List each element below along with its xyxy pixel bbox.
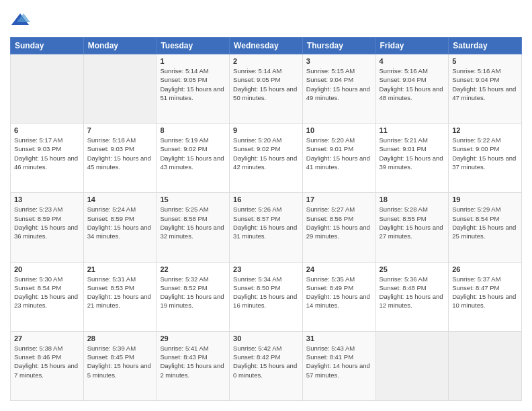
day-number: 13 <box>14 195 80 203</box>
calendar-header-wednesday: Wednesday <box>230 38 303 54</box>
logo <box>10 10 33 30</box>
calendar-cell <box>83 54 157 124</box>
day-info: Sunrise: 5:42 AMSunset: 8:42 PMDaylight:… <box>233 344 299 379</box>
calendar-cell: 9Sunrise: 5:20 AMSunset: 9:02 PMDaylight… <box>230 124 303 193</box>
day-info: Sunrise: 5:32 AMSunset: 8:52 PMDaylight:… <box>160 275 226 310</box>
day-number: 3 <box>306 57 372 65</box>
calendar-cell: 10Sunrise: 5:20 AMSunset: 9:01 PMDayligh… <box>302 124 375 193</box>
day-info: Sunrise: 5:20 AMSunset: 9:02 PMDaylight:… <box>233 136 299 171</box>
calendar-cell: 12Sunrise: 5:22 AMSunset: 9:00 PMDayligh… <box>449 124 522 193</box>
day-info: Sunrise: 5:18 AMSunset: 9:03 PMDaylight:… <box>87 136 153 171</box>
calendar-cell: 6Sunrise: 5:17 AMSunset: 9:03 PMDaylight… <box>11 124 84 193</box>
calendar-cell: 5Sunrise: 5:16 AMSunset: 9:04 PMDaylight… <box>449 54 522 124</box>
day-info: Sunrise: 5:31 AMSunset: 8:53 PMDaylight:… <box>87 275 153 310</box>
day-info: Sunrise: 5:15 AMSunset: 9:04 PMDaylight:… <box>306 66 372 102</box>
day-number: 7 <box>87 126 153 134</box>
day-info: Sunrise: 5:19 AMSunset: 9:02 PMDaylight:… <box>160 136 226 171</box>
day-number: 28 <box>87 334 153 342</box>
day-number: 25 <box>380 265 445 273</box>
calendar-cell: 27Sunrise: 5:38 AMSunset: 8:46 PMDayligh… <box>11 331 84 400</box>
day-number: 24 <box>306 265 372 273</box>
day-info: Sunrise: 5:26 AMSunset: 8:57 PMDaylight:… <box>233 205 299 240</box>
day-number: 20 <box>14 265 80 273</box>
day-info: Sunrise: 5:28 AMSunset: 8:55 PMDaylight:… <box>380 205 445 240</box>
day-number: 30 <box>233 334 299 342</box>
calendar-cell: 14Sunrise: 5:24 AMSunset: 8:59 PMDayligh… <box>83 193 157 262</box>
day-info: Sunrise: 5:29 AMSunset: 8:54 PMDaylight:… <box>452 205 518 240</box>
day-number: 14 <box>87 195 153 203</box>
day-number: 18 <box>380 195 445 203</box>
calendar-cell: 26Sunrise: 5:37 AMSunset: 8:47 PMDayligh… <box>449 262 522 331</box>
day-info: Sunrise: 5:39 AMSunset: 8:45 PMDaylight:… <box>87 344 153 379</box>
calendar-week-5: 27Sunrise: 5:38 AMSunset: 8:46 PMDayligh… <box>11 331 522 400</box>
day-number: 19 <box>452 195 518 203</box>
day-info: Sunrise: 5:21 AMSunset: 9:01 PMDaylight:… <box>380 136 445 171</box>
day-number: 17 <box>306 195 372 203</box>
calendar-week-3: 13Sunrise: 5:23 AMSunset: 8:59 PMDayligh… <box>11 193 522 262</box>
day-info: Sunrise: 5:20 AMSunset: 9:01 PMDaylight:… <box>306 136 372 171</box>
calendar-cell: 8Sunrise: 5:19 AMSunset: 9:02 PMDaylight… <box>157 124 230 193</box>
day-number: 21 <box>87 265 153 273</box>
day-info: Sunrise: 5:16 AMSunset: 9:04 PMDaylight:… <box>452 66 518 102</box>
day-number: 29 <box>160 334 226 342</box>
day-info: Sunrise: 5:14 AMSunset: 9:05 PMDaylight:… <box>233 66 299 102</box>
calendar-cell <box>375 331 449 400</box>
day-number: 8 <box>160 126 226 134</box>
day-info: Sunrise: 5:36 AMSunset: 8:48 PMDaylight:… <box>380 275 445 310</box>
calendar-cell: 31Sunrise: 5:43 AMSunset: 8:41 PMDayligh… <box>302 331 375 400</box>
day-number: 27 <box>14 334 80 342</box>
calendar-cell: 23Sunrise: 5:34 AMSunset: 8:50 PMDayligh… <box>230 262 303 331</box>
calendar-cell <box>449 331 522 400</box>
calendar-cell: 13Sunrise: 5:23 AMSunset: 8:59 PMDayligh… <box>11 193 84 262</box>
header <box>10 10 522 30</box>
day-info: Sunrise: 5:37 AMSunset: 8:47 PMDaylight:… <box>452 275 518 310</box>
day-info: Sunrise: 5:30 AMSunset: 8:54 PMDaylight:… <box>14 275 80 310</box>
calendar-header-friday: Friday <box>375 38 449 54</box>
calendar-header-tuesday: Tuesday <box>157 38 230 54</box>
day-number: 2 <box>233 57 299 65</box>
day-number: 10 <box>306 126 372 134</box>
day-info: Sunrise: 5:35 AMSunset: 8:49 PMDaylight:… <box>306 275 372 310</box>
calendar-cell: 30Sunrise: 5:42 AMSunset: 8:42 PMDayligh… <box>230 331 303 400</box>
day-number: 12 <box>452 126 518 134</box>
calendar-header-row: SundayMondayTuesdayWednesdayThursdayFrid… <box>11 38 522 54</box>
day-number: 1 <box>160 57 226 65</box>
day-info: Sunrise: 5:41 AMSunset: 8:43 PMDaylight:… <box>160 344 226 379</box>
calendar-cell: 28Sunrise: 5:39 AMSunset: 8:45 PMDayligh… <box>83 331 157 400</box>
calendar-header-thursday: Thursday <box>302 38 375 54</box>
calendar-cell: 20Sunrise: 5:30 AMSunset: 8:54 PMDayligh… <box>11 262 84 331</box>
day-info: Sunrise: 5:22 AMSunset: 9:00 PMDaylight:… <box>452 136 518 171</box>
day-info: Sunrise: 5:23 AMSunset: 8:59 PMDaylight:… <box>14 205 80 240</box>
calendar-cell: 11Sunrise: 5:21 AMSunset: 9:01 PMDayligh… <box>375 124 449 193</box>
day-info: Sunrise: 5:24 AMSunset: 8:59 PMDaylight:… <box>87 205 153 240</box>
day-number: 6 <box>14 126 80 134</box>
calendar-cell: 17Sunrise: 5:27 AMSunset: 8:56 PMDayligh… <box>302 193 375 262</box>
calendar-cell: 4Sunrise: 5:16 AMSunset: 9:04 PMDaylight… <box>375 54 449 124</box>
day-info: Sunrise: 5:34 AMSunset: 8:50 PMDaylight:… <box>233 275 299 310</box>
calendar-cell: 29Sunrise: 5:41 AMSunset: 8:43 PMDayligh… <box>157 331 230 400</box>
calendar-cell <box>11 54 84 124</box>
day-number: 23 <box>233 265 299 273</box>
calendar-cell: 22Sunrise: 5:32 AMSunset: 8:52 PMDayligh… <box>157 262 230 331</box>
day-number: 22 <box>160 265 226 273</box>
calendar-table: SundayMondayTuesdayWednesdayThursdayFrid… <box>10 37 522 401</box>
calendar-cell: 24Sunrise: 5:35 AMSunset: 8:49 PMDayligh… <box>302 262 375 331</box>
calendar-cell: 25Sunrise: 5:36 AMSunset: 8:48 PMDayligh… <box>375 262 449 331</box>
day-number: 4 <box>380 57 445 65</box>
calendar-header-monday: Monday <box>83 38 157 54</box>
day-info: Sunrise: 5:25 AMSunset: 8:58 PMDaylight:… <box>160 205 226 240</box>
day-number: 31 <box>306 334 372 342</box>
day-number: 9 <box>233 126 299 134</box>
calendar-week-2: 6Sunrise: 5:17 AMSunset: 9:03 PMDaylight… <box>11 124 522 193</box>
day-info: Sunrise: 5:16 AMSunset: 9:04 PMDaylight:… <box>380 66 445 102</box>
calendar-cell: 1Sunrise: 5:14 AMSunset: 9:05 PMDaylight… <box>157 54 230 124</box>
day-number: 15 <box>160 195 226 203</box>
day-number: 5 <box>452 57 518 65</box>
page: SundayMondayTuesdayWednesdayThursdayFrid… <box>0 0 532 411</box>
day-info: Sunrise: 5:27 AMSunset: 8:56 PMDaylight:… <box>306 205 372 240</box>
day-info: Sunrise: 5:43 AMSunset: 8:41 PMDaylight:… <box>306 344 372 379</box>
day-number: 11 <box>380 126 445 134</box>
day-number: 26 <box>452 265 518 273</box>
calendar-week-1: 1Sunrise: 5:14 AMSunset: 9:05 PMDaylight… <box>11 54 522 124</box>
day-info: Sunrise: 5:38 AMSunset: 8:46 PMDaylight:… <box>14 344 80 379</box>
